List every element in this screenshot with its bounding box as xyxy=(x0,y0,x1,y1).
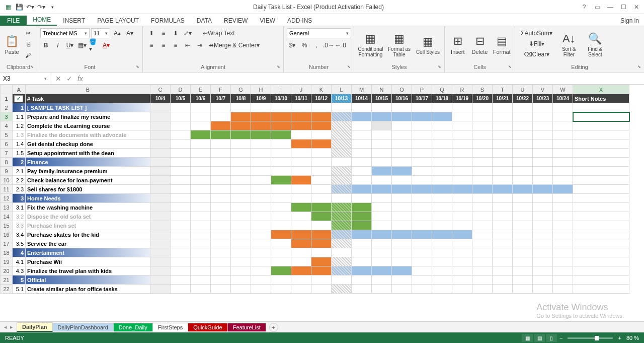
sheet-tab-done[interactable]: Done_Daily xyxy=(113,323,153,331)
gantt-cell[interactable] xyxy=(271,185,291,194)
gantt-cell[interactable] xyxy=(171,248,191,257)
gantt-cell[interactable] xyxy=(291,167,311,176)
gantt-cell[interactable] xyxy=(493,276,513,285)
row-header[interactable]: 18 xyxy=(1,248,13,257)
gantt-cell[interactable] xyxy=(332,121,352,130)
gantt-cell[interactable] xyxy=(493,121,513,130)
gantt-cell[interactable] xyxy=(553,103,573,112)
gantt-cell[interactable] xyxy=(271,248,291,257)
gantt-cell[interactable] xyxy=(472,167,493,176)
task-name[interactable]: Setup appointment with the dean xyxy=(26,149,150,158)
gantt-cell[interactable] xyxy=(472,276,493,285)
gantt-cell[interactable] xyxy=(392,176,412,185)
gantt-cell[interactable] xyxy=(231,130,251,140)
merge-center-button[interactable]: ⬌ Merge & Center▾ xyxy=(206,40,262,50)
gantt-cell[interactable] xyxy=(231,185,251,194)
gantt-cell[interactable] xyxy=(412,239,432,248)
gantt-cell[interactable] xyxy=(513,212,533,221)
gantt-cell[interactable] xyxy=(271,103,291,112)
tab-home[interactable]: HOME xyxy=(27,15,57,26)
gantt-cell[interactable] xyxy=(311,185,332,194)
gantt-cell[interactable] xyxy=(352,203,372,212)
gantt-cell[interactable] xyxy=(513,140,533,149)
gantt-cell[interactable] xyxy=(452,257,472,266)
gantt-cell[interactable] xyxy=(291,176,311,185)
delete-cells-button[interactable]: ⊟Delete xyxy=(470,28,490,61)
gantt-cell[interactable] xyxy=(533,221,553,230)
notes-cell[interactable] xyxy=(573,239,629,248)
gantt-cell[interactable] xyxy=(472,103,493,112)
gantt-cell[interactable] xyxy=(251,121,271,130)
gantt-cell[interactable] xyxy=(332,285,352,294)
col-header[interactable]: W xyxy=(553,85,573,94)
new-sheet-button[interactable]: + xyxy=(269,323,278,332)
find-select-button[interactable]: 🔍Find & Select xyxy=(583,28,607,61)
gantt-cell[interactable] xyxy=(251,130,271,140)
col-header[interactable]: U xyxy=(513,85,533,94)
gantt-cell[interactable] xyxy=(311,239,332,248)
gantt-cell[interactable] xyxy=(271,212,291,221)
gantt-cell[interactable] xyxy=(352,167,372,176)
gantt-cell[interactable] xyxy=(211,266,231,276)
gantt-cell[interactable] xyxy=(150,248,171,257)
gantt-cell[interactable] xyxy=(332,130,352,140)
gantt-cell[interactable] xyxy=(332,149,352,158)
gantt-cell[interactable] xyxy=(332,103,352,112)
gantt-cell[interactable] xyxy=(150,185,171,194)
task-number[interactable]: 1.4 xyxy=(13,140,26,149)
gantt-cell[interactable] xyxy=(191,103,211,112)
col-header[interactable] xyxy=(1,85,13,94)
col-header[interactable]: F xyxy=(211,85,231,94)
gantt-cell[interactable] xyxy=(432,112,452,121)
gantt-cell[interactable] xyxy=(412,176,432,185)
gantt-cell[interactable] xyxy=(332,239,352,248)
gantt-cell[interactable] xyxy=(412,130,432,140)
tab-page-layout[interactable]: PAGE LAYOUT xyxy=(91,16,145,26)
gantt-cell[interactable] xyxy=(513,167,533,176)
gantt-cell[interactable] xyxy=(352,158,372,167)
gantt-cell[interactable] xyxy=(271,167,291,176)
gantt-cell[interactable] xyxy=(452,149,472,158)
gantt-cell[interactable] xyxy=(352,130,372,140)
gantt-cell[interactable] xyxy=(231,230,251,239)
dec-decimal-icon[interactable]: ←.0 xyxy=(335,40,346,50)
gantt-cell[interactable] xyxy=(171,257,191,266)
format-as-table-button[interactable]: ▦Format as Table xyxy=(386,28,413,61)
gantt-cell[interactable] xyxy=(392,248,412,257)
gantt-cell[interactable] xyxy=(211,248,231,257)
gantt-cell[interactable] xyxy=(533,230,553,239)
gantt-cell[interactable] xyxy=(352,221,372,230)
gantt-cell[interactable] xyxy=(472,248,493,257)
name-box[interactable]: ▾ xyxy=(0,74,50,83)
view-normal-icon[interactable]: ▦ xyxy=(522,334,533,342)
gantt-cell[interactable] xyxy=(311,103,332,112)
notes-cell[interactable] xyxy=(573,167,629,176)
col-header[interactable]: C xyxy=(150,85,171,94)
gantt-cell[interactable] xyxy=(452,221,472,230)
tab-review[interactable]: REVIEW xyxy=(218,16,254,26)
task-name[interactable]: Purchase Wii xyxy=(26,257,150,266)
notes-cell[interactable] xyxy=(573,103,629,112)
gantt-cell[interactable] xyxy=(392,140,412,149)
gantt-cell[interactable] xyxy=(372,212,392,221)
gantt-cell[interactable] xyxy=(452,130,472,140)
gantt-cell[interactable] xyxy=(150,212,171,221)
gantt-cell[interactable] xyxy=(352,185,372,194)
col-header[interactable]: I xyxy=(271,85,291,94)
gantt-cell[interactable] xyxy=(372,158,392,167)
gantt-cell[interactable] xyxy=(372,248,392,257)
gantt-cell[interactable] xyxy=(271,121,291,130)
gantt-cell[interactable] xyxy=(392,276,412,285)
gantt-cell[interactable] xyxy=(171,203,191,212)
cut-icon[interactable]: ✂ xyxy=(23,28,34,38)
gantt-cell[interactable] xyxy=(493,230,513,239)
notes-cell[interactable] xyxy=(573,176,629,185)
gantt-cell[interactable] xyxy=(533,194,553,203)
notes-cell[interactable] xyxy=(573,230,629,239)
gantt-cell[interactable] xyxy=(513,112,533,121)
gantt-cell[interactable] xyxy=(271,176,291,185)
wrap-text-button[interactable]: ↩ Wrap Text xyxy=(200,28,237,38)
col-header[interactable]: S xyxy=(472,85,493,94)
gantt-cell[interactable] xyxy=(372,140,392,149)
task-number[interactable]: 1.1 xyxy=(13,112,26,121)
